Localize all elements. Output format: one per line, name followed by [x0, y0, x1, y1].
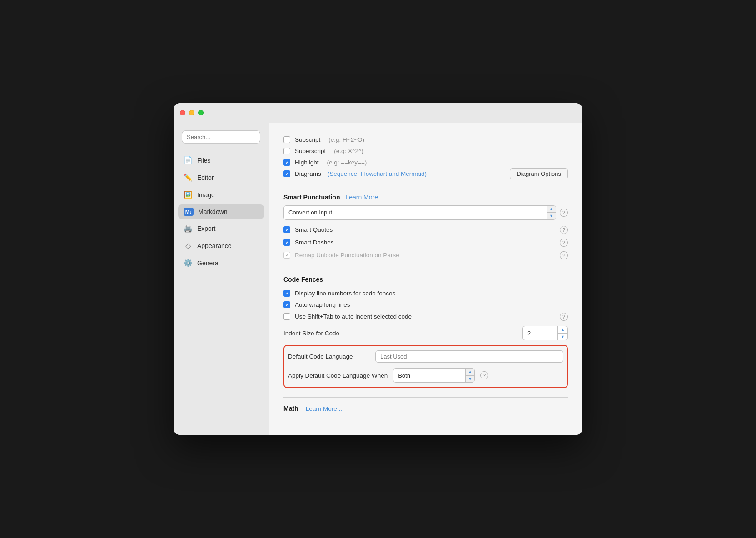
smart-dashes-help-icon[interactable]: ? [560, 239, 568, 247]
indent-size-row: Indent Size for Code 2 ▲ ▼ [284, 323, 568, 343]
sidebar-item-general[interactable]: ⚙️ General [178, 255, 264, 271]
smart-dashes-label: Smart Dashes [295, 239, 334, 246]
smart-quotes-label: Smart Quotes [295, 226, 333, 233]
sidebar-item-label: Export [197, 225, 215, 232]
highlighted-section: Default Code Language Apply Default Code… [284, 345, 568, 388]
indent-size-arrows[interactable]: ▲ ▼ [557, 326, 567, 340]
math-title-row: Math Learn More... [284, 402, 568, 415]
smart-quotes-checkbox[interactable] [284, 226, 290, 233]
math-learn-more[interactable]: Learn More... [306, 405, 342, 412]
sidebar-item-label: General [197, 259, 220, 267]
sidebar-item-markdown[interactable]: M↓ Markdown [178, 204, 264, 219]
smart-dashes-checkbox[interactable] [284, 239, 290, 246]
traffic-lights [180, 110, 204, 115]
convert-select-container: Convert on Input ▲ ▼ [284, 205, 556, 220]
display-line-numbers-checkbox[interactable] [284, 290, 290, 297]
apply-language-value: Both [393, 370, 465, 381]
fullscreen-button[interactable] [198, 110, 204, 115]
diagrams-sublabel: (Sequence, Flowchart and Mermaid) [328, 170, 427, 177]
close-button[interactable] [180, 110, 185, 115]
code-fences-section: Code Fences Display line numbers for cod… [284, 276, 568, 388]
default-code-language-input[interactable] [375, 350, 563, 363]
subscript-label: Subscript [295, 136, 320, 143]
smart-punctuation-learn-more[interactable]: Learn More... [345, 194, 383, 201]
subscript-row: Subscript (e.g: H~2~O) [284, 134, 568, 145]
sidebar-item-export[interactable]: 🖨️ Export [178, 221, 264, 236]
smart-punctuation-title: Smart Punctuation Learn More... [284, 194, 568, 201]
apply-language-help-icon[interactable]: ? [480, 371, 488, 379]
divider-3 [284, 397, 568, 398]
diagram-options-button[interactable]: Diagram Options [510, 168, 568, 179]
diagrams-label: Diagrams [295, 170, 321, 177]
search-input[interactable] [182, 130, 260, 144]
subscript-checkbox[interactable] [284, 136, 290, 143]
superscript-example: (e.g: X^2^) [334, 148, 363, 154]
superscript-label: Superscript [295, 148, 326, 154]
indent-down-arrow[interactable]: ▼ [558, 334, 567, 340]
remap-unicode-row: Remap Unicode Punctuation on Parse ? [284, 249, 568, 262]
divider-1 [284, 189, 568, 189]
math-title: Math [284, 405, 298, 412]
diagrams-checkbox[interactable] [284, 170, 290, 177]
main-content: Subscript (e.g: H~2~O) Superscript (e.g:… [269, 123, 582, 435]
apply-language-arrows[interactable]: ▲ ▼ [465, 369, 474, 382]
minimize-button[interactable] [189, 110, 194, 115]
files-icon: 📄 [184, 156, 193, 165]
remap-unicode-checkbox[interactable] [284, 252, 290, 259]
apply-language-select-container: Both ▲ ▼ [393, 368, 475, 383]
auto-wrap-checkbox[interactable] [284, 301, 290, 308]
chevron-down[interactable]: ▼ [466, 376, 474, 383]
shift-tab-help-icon[interactable]: ? [560, 313, 568, 321]
convert-help-icon[interactable]: ? [560, 209, 568, 217]
superscript-row: Superscript (e.g: X^2^) [284, 145, 568, 157]
sidebar-item-files[interactable]: 📄 Files [178, 153, 264, 168]
indent-up-arrow[interactable]: ▲ [558, 326, 567, 334]
indent-size-label: Indent Size for Code [284, 330, 517, 337]
convert-select-arrows[interactable]: ▲ ▼ [547, 206, 556, 219]
remap-unicode-label: Remap Unicode Punctuation on Parse [295, 252, 399, 259]
sidebar: 📄 Files ✏️ Editor 🖼️ Image M↓ Markdown 🖨… [174, 123, 269, 435]
indent-size-value: 2 [523, 328, 557, 339]
subscript-example: (e.g: H~2~O) [328, 136, 364, 143]
auto-wrap-row: Auto wrap long lines [284, 299, 568, 310]
sidebar-item-editor[interactable]: ✏️ Editor [178, 170, 264, 185]
convert-select-value: Convert on Input [284, 207, 547, 218]
highlight-example: (e.g: ==key==) [327, 159, 367, 166]
smart-dashes-row: Smart Dashes ? [284, 236, 568, 249]
sidebar-item-label: Image [197, 191, 215, 199]
content-area: 📄 Files ✏️ Editor 🖼️ Image M↓ Markdown 🖨… [174, 123, 582, 435]
apply-language-row: Apply Default Code Language When Both ▲ … [288, 365, 563, 385]
code-fences-title: Code Fences [284, 276, 568, 283]
preferences-window: 📄 Files ✏️ Editor 🖼️ Image M↓ Markdown 🖨… [174, 103, 582, 435]
math-section: Math Learn More... [284, 402, 568, 415]
smart-quotes-help-icon[interactable]: ? [560, 226, 568, 234]
shift-tab-label: Use Shift+Tab to auto indent selected co… [295, 313, 412, 320]
export-icon: 🖨️ [184, 224, 193, 233]
smart-punctuation-section: Smart Punctuation Learn More... Convert … [284, 194, 568, 262]
titlebar [174, 103, 582, 123]
highlight-checkbox[interactable] [284, 159, 290, 166]
superscript-checkbox[interactable] [284, 148, 290, 154]
display-line-numbers-label: Display line numbers for code fences [295, 290, 395, 297]
convert-on-input-row: Convert on Input ▲ ▼ ? [284, 205, 568, 220]
sidebar-item-appearance[interactable]: ◇ Appearance [178, 238, 264, 254]
highlight-row: Highlight (e.g: ==key==) [284, 157, 568, 168]
search-box [178, 130, 264, 144]
auto-wrap-label: Auto wrap long lines [295, 301, 350, 308]
indent-size-stepper: 2 ▲ ▼ [522, 326, 568, 340]
sidebar-item-image[interactable]: 🖼️ Image [178, 187, 264, 203]
chevron-up[interactable]: ▲ [547, 206, 556, 213]
sidebar-item-label: Markdown [198, 208, 228, 215]
chevron-down[interactable]: ▼ [547, 213, 556, 219]
default-code-language-label: Default Code Language [288, 353, 370, 360]
editor-icon: ✏️ [184, 173, 193, 182]
chevron-up[interactable]: ▲ [466, 369, 474, 376]
shift-tab-checkbox[interactable] [284, 313, 290, 320]
smart-quotes-row: Smart Quotes ? [284, 224, 568, 236]
remap-unicode-help-icon[interactable]: ? [560, 251, 568, 259]
shift-tab-row: Use Shift+Tab to auto indent selected co… [284, 310, 568, 323]
image-icon: 🖼️ [184, 190, 193, 199]
sidebar-item-label: Editor [197, 174, 214, 181]
diagrams-row: Diagrams (Sequence, Flowchart and Mermai… [284, 168, 568, 179]
default-code-language-row: Default Code Language [288, 348, 563, 365]
